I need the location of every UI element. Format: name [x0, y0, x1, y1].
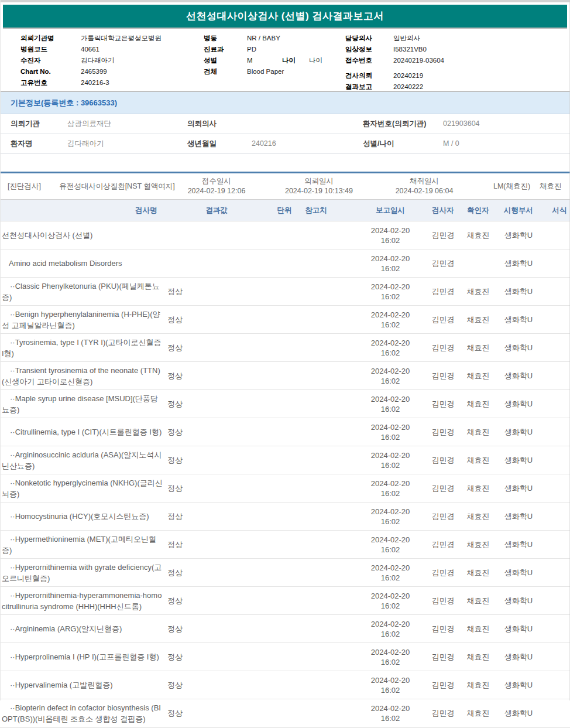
report-date: 2024-02-20 — [357, 338, 424, 348]
meta-value: M — [247, 55, 282, 66]
department-name: 생화학U — [494, 230, 543, 241]
field-label: 생년월일 — [187, 134, 217, 153]
report-date: 2024-02-20 — [357, 450, 424, 460]
table-row: ··Argininemia (ARG)(알지닌혈증) 정상 2024-02-20… — [0, 615, 570, 643]
meta-row: 고유번호240216-3 — [20, 77, 162, 88]
meta-row: 결과보고20240222 — [345, 81, 444, 93]
tester-name: 김민경 — [424, 315, 462, 325]
report-datetime: 2024-02-20 16:02 — [357, 619, 424, 639]
test-name: ··Argininemia (ARG)(알지닌혈증) — [0, 623, 164, 634]
meta-row: 임상정보I58321VB0 — [345, 44, 444, 55]
test-name: ··Nonketotic hyperglycinemia (NKHG)(글리신뇌… — [0, 477, 164, 500]
checker-name: 채효진 — [462, 315, 494, 325]
report-date: 2024-02-20 — [357, 619, 424, 629]
checker-name: 채효진 — [462, 343, 494, 353]
department-name: 생화학U — [494, 315, 543, 325]
meta-column-right: 담당의사일반의사 임상정보I58321VB0 접수번호20240219-0360… — [345, 33, 444, 93]
report-date: 2024-02-20 — [357, 675, 424, 685]
test-name: ··Hyperornithinemia-hyperammonemia-homoc… — [0, 590, 164, 612]
checker-name: 채효진 — [462, 708, 494, 719]
meta-value: 40661 — [81, 44, 99, 55]
report-datetime: 2024-02-20 16:02 — [357, 591, 424, 611]
meta-row: 진료과PD — [204, 44, 322, 55]
result-value: 정상 — [164, 286, 269, 297]
col-header-reference: 참고치 — [305, 200, 327, 221]
col-header-test-name: 검사명 — [135, 200, 157, 221]
test-name: ··Citrullinemia, type I (CIT)(시트룰린혈증 I형) — [0, 426, 164, 438]
department-name: 생화학U — [494, 371, 543, 381]
report-date: 2024-02-20 — [357, 422, 424, 432]
meta-value: 20240222 — [393, 81, 423, 93]
report-date: 2024-02-20 — [357, 310, 424, 320]
basic-info-header: 기본정보(등록번호 : 39663533) — [0, 91, 570, 114]
table-row: ··Homocystinuria (HCY)(호모시스틴뇨증) 정상 2024-… — [0, 503, 570, 531]
department-name: 생화학U — [494, 511, 543, 522]
table-row: 선천성대사이상검사 (선별) 2024-02-20 16:02 김민경 채효진 … — [0, 221, 570, 249]
table-row: ··Transient tyrosinemia of the neonate (… — [0, 362, 570, 390]
meta-label: Chart No. — [20, 66, 81, 77]
result-value: 정상 — [164, 455, 269, 466]
report-date: 2024-02-20 — [357, 647, 424, 657]
table-row: ··Maple syrup urine disease [MSUD](단풍당뇨증… — [0, 390, 570, 418]
field-label: 의뢰의사 — [187, 114, 217, 134]
tester-name: 김민경 — [424, 596, 462, 606]
meta-value: 20240219-03604 — [393, 55, 444, 66]
table-row: ··Biopterin defect in cofactor biosynthe… — [0, 699, 570, 727]
department-name: 생화학U — [494, 343, 543, 353]
tester-name: 김민경 — [424, 258, 462, 269]
receipt-datetime: 접수일시 2024-02-19 12:06 — [173, 176, 260, 196]
report-datetime: 2024-02-20 16:02 — [357, 394, 424, 414]
report-date: 2024-02-20 — [357, 535, 424, 545]
checker-name: 채효진 — [462, 596, 494, 606]
table-row: ··Nonketotic hyperglycinemia (NKHG)(글리신뇌… — [0, 474, 570, 503]
report-datetime: 2024-02-20 16:02 — [357, 563, 424, 583]
tester-name: 김민경 — [424, 511, 462, 522]
tester-name: 김민경 — [424, 343, 462, 353]
page-left-border — [0, 0, 1, 700]
meta-value: PD — [247, 44, 256, 55]
report-time: 16:02 — [357, 629, 424, 639]
test-name: ··Maple syrup urine disease [MSUD](단풍당뇨증… — [0, 393, 164, 415]
request-datetime: 의뢰일시 2024-02-19 10:13:49 — [269, 176, 369, 196]
col-header-tester: 검사자 — [432, 200, 454, 221]
result-value: 정상 — [164, 539, 269, 550]
result-value: 정상 — [164, 624, 269, 634]
table-row: ··Citrullinemia, type I (CIT)(시트룰린혈증 I형)… — [0, 418, 570, 446]
page-right-border — [569, 0, 569, 700]
test-name: ··Homocystinuria (HCY)(호모시스틴뇨증) — [0, 511, 164, 522]
table-row: ··Hyperornithinemia with gyrate deficien… — [0, 559, 570, 587]
report-time: 16:02 — [357, 404, 424, 414]
table-row: ··Classic Phenylketonuria (PKU)(페닐케톤뇨증) … — [0, 278, 570, 306]
report-datetime: 2024-02-20 16:02 — [357, 254, 424, 274]
checker-name: 채효진 — [462, 680, 494, 691]
table-row: ··Argininosuccinic aciduria (ASA)(알지노석시닌… — [0, 446, 570, 474]
report-datetime: 2024-02-20 16:02 — [357, 338, 424, 358]
field-label: 의뢰기관 — [11, 114, 40, 134]
field-value: 021903604 — [443, 114, 480, 134]
tester-name: 김민경 — [424, 483, 462, 494]
test-name: 선천성대사이상검사 (선별) — [0, 230, 164, 241]
report-date: 2024-02-20 — [357, 225, 424, 235]
report-date: 2024-02-20 — [357, 366, 424, 376]
report-time: 16:02 — [357, 264, 424, 274]
department-name: 생화학U — [494, 539, 543, 550]
meta-label: 고유번호 — [20, 77, 81, 88]
table-row: Amino acid metabolism Disorders 2024-02-… — [0, 249, 570, 278]
checker-name: 채효진 — [462, 568, 494, 578]
table-row: ··Benign hyperphenylalaninemia (H-PHE)(양… — [0, 306, 570, 334]
report-time: 16:02 — [357, 517, 424, 527]
report-datetime: 2024-02-20 16:02 — [357, 647, 424, 667]
basic-info-row: 환자명 김다래아기 생년월일 240216 성별/나이 M / 0 — [0, 134, 570, 154]
meta-label: 담당의사 — [345, 33, 393, 44]
meta-row: 검사의뢰20240219 — [345, 70, 444, 81]
checker-name: 채효진 — [462, 371, 494, 381]
table-row: ··Tyrosinemia, type I (TYR I)(고타이로신혈증 I형… — [0, 334, 570, 362]
field-value: 삼광의료재단 — [67, 114, 111, 134]
report-date: 2024-02-20 — [357, 703, 424, 713]
meta-row: 병동NR / BABY — [204, 33, 322, 44]
tester-name: 김민경 — [424, 427, 462, 438]
test-name: ··Transient tyrosinemia of the neonate (… — [0, 365, 164, 387]
results-table-header: 검사명 결과값 단위 참고치 보고일시 검사자 확인자 시행부서 서식 — [0, 200, 570, 221]
receipt-value: 2024-02-19 12:06 — [188, 187, 246, 195]
field-value: M / 0 — [443, 134, 459, 153]
